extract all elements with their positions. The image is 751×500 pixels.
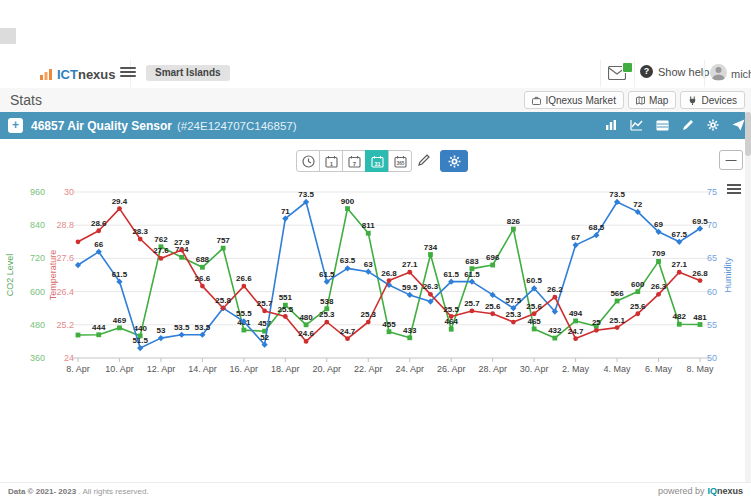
workspace-badge[interactable]: Smart Islands bbox=[146, 65, 230, 81]
svg-text:16. Apr: 16. Apr bbox=[230, 364, 259, 374]
app-logo[interactable]: ICTnexus bbox=[26, 60, 131, 87]
svg-text:53: 53 bbox=[156, 326, 165, 335]
brand-iq: IQ bbox=[707, 486, 717, 496]
messages-button[interactable] bbox=[608, 66, 630, 83]
iqnexus-market-label: IQnexus Market bbox=[545, 95, 616, 106]
svg-text:494: 494 bbox=[569, 309, 583, 318]
svg-text:25.3: 25.3 bbox=[506, 310, 522, 319]
svg-text:20. Apr: 20. Apr bbox=[313, 364, 342, 374]
svg-text:840: 840 bbox=[30, 220, 45, 230]
svg-text:24.6: 24.6 bbox=[298, 329, 314, 338]
svg-text:63: 63 bbox=[364, 260, 373, 269]
calendar-day-icon: 1 bbox=[325, 155, 338, 168]
svg-text:63.5: 63.5 bbox=[340, 256, 356, 265]
svg-text:757: 757 bbox=[216, 236, 230, 245]
briefcase-icon bbox=[532, 96, 541, 105]
svg-text:480: 480 bbox=[299, 313, 313, 322]
svg-text:551: 551 bbox=[279, 293, 293, 302]
svg-text:600: 600 bbox=[30, 287, 45, 297]
svg-text:30: 30 bbox=[64, 187, 74, 197]
svg-text:28.8: 28.8 bbox=[56, 220, 74, 230]
svg-text:25.6: 25.6 bbox=[485, 302, 501, 311]
svg-text:25.7: 25.7 bbox=[257, 299, 273, 308]
iqnexus-market-button[interactable]: IQnexus Market bbox=[524, 91, 624, 109]
username-label[interactable]: michael bbox=[731, 68, 751, 80]
svg-text:683: 683 bbox=[465, 257, 479, 266]
settings-icon[interactable] bbox=[707, 119, 719, 131]
range-year-button[interactable]: 365 bbox=[388, 150, 412, 172]
edit-icon[interactable] bbox=[682, 119, 694, 131]
table-icon[interactable] bbox=[656, 120, 669, 131]
svg-text:2. May: 2. May bbox=[562, 364, 590, 374]
powered-by[interactable]: powered byIQnexus bbox=[658, 486, 743, 496]
svg-text:7: 7 bbox=[352, 160, 356, 166]
show-help-button[interactable]: ? Show help bbox=[640, 65, 709, 78]
map-button[interactable]: Map bbox=[628, 91, 676, 109]
svg-text:900: 900 bbox=[341, 197, 355, 206]
svg-text:31: 31 bbox=[374, 160, 380, 166]
collapse-panel-button[interactable]: — bbox=[719, 150, 743, 170]
svg-text:482: 482 bbox=[673, 312, 687, 321]
menu-toggle-icon[interactable] bbox=[120, 67, 136, 80]
chart-settings-button[interactable] bbox=[440, 150, 468, 172]
devices-label: Devices bbox=[701, 95, 737, 106]
svg-text:52: 52 bbox=[260, 333, 269, 342]
svg-text:720: 720 bbox=[30, 253, 45, 263]
user-avatar[interactable] bbox=[710, 64, 727, 81]
svg-text:57.5: 57.5 bbox=[506, 296, 522, 305]
svg-text:27.6: 27.6 bbox=[56, 253, 74, 263]
svg-text:69.5: 69.5 bbox=[692, 217, 708, 226]
svg-text:26.6: 26.6 bbox=[236, 274, 252, 283]
svg-text:28. Apr: 28. Apr bbox=[478, 364, 507, 374]
svg-text:26.6: 26.6 bbox=[195, 274, 211, 283]
svg-text:457: 457 bbox=[258, 319, 272, 328]
edit-range-button[interactable] bbox=[414, 151, 434, 169]
unread-badge bbox=[622, 62, 633, 73]
page-footer: Data © 2021- 2023 . All rights reserved.… bbox=[0, 482, 751, 500]
svg-text:70: 70 bbox=[707, 220, 717, 230]
devices-button[interactable]: Devices bbox=[680, 91, 745, 109]
chart-context-menu-icon[interactable] bbox=[727, 185, 741, 193]
svg-text:CO2 Level: CO2 Level bbox=[5, 254, 15, 297]
brand-nexus: nexus bbox=[717, 486, 743, 496]
svg-text:433: 433 bbox=[403, 326, 417, 335]
svg-text:734: 734 bbox=[424, 243, 438, 252]
app-header: ICTnexus Smart Islands ? Show help micha… bbox=[0, 60, 751, 89]
svg-text:73.5: 73.5 bbox=[298, 190, 314, 199]
svg-text:455: 455 bbox=[382, 320, 396, 329]
header-separator bbox=[704, 60, 705, 87]
svg-text:67: 67 bbox=[571, 233, 580, 242]
svg-text:481: 481 bbox=[693, 313, 707, 322]
send-icon[interactable] bbox=[732, 119, 745, 131]
svg-text:27.9: 27.9 bbox=[174, 238, 190, 247]
svg-text:26.8: 26.8 bbox=[381, 269, 397, 278]
svg-text:811: 811 bbox=[362, 221, 375, 230]
range-realtime-button[interactable] bbox=[296, 150, 320, 172]
svg-text:465: 465 bbox=[527, 317, 541, 326]
scrollbar-track[interactable] bbox=[745, 112, 751, 482]
range-month-button[interactable]: 31 bbox=[365, 150, 389, 172]
expand-device-button[interactable]: + bbox=[8, 118, 23, 133]
range-day-button[interactable]: 1 bbox=[319, 150, 343, 172]
svg-text:4. May: 4. May bbox=[604, 364, 632, 374]
header-separator bbox=[634, 60, 635, 87]
svg-text:55: 55 bbox=[707, 320, 717, 330]
svg-text:26.2: 26.2 bbox=[547, 285, 563, 294]
stats-chart: 960840720600480360CO2 Level3028.827.626.… bbox=[0, 172, 751, 402]
svg-text:28.6: 28.6 bbox=[91, 219, 107, 228]
svg-text:10. Apr: 10. Apr bbox=[105, 364, 134, 374]
page-title: Stats bbox=[10, 92, 42, 108]
svg-text:61.5: 61.5 bbox=[319, 270, 335, 279]
stats-icon[interactable] bbox=[605, 119, 617, 131]
svg-text:61.5: 61.5 bbox=[464, 270, 480, 279]
scrollbar-thumb[interactable] bbox=[745, 112, 751, 156]
svg-text:25.1: 25.1 bbox=[609, 316, 625, 325]
svg-text:59.5: 59.5 bbox=[402, 283, 418, 292]
line-chart-icon[interactable] bbox=[630, 119, 643, 131]
range-week-button[interactable]: 7 bbox=[342, 150, 366, 172]
svg-text:24.7: 24.7 bbox=[568, 327, 584, 336]
svg-text:71: 71 bbox=[281, 207, 290, 216]
svg-text:24: 24 bbox=[64, 353, 74, 363]
svg-text:538: 538 bbox=[320, 297, 334, 306]
svg-text:27.1: 27.1 bbox=[402, 260, 418, 269]
